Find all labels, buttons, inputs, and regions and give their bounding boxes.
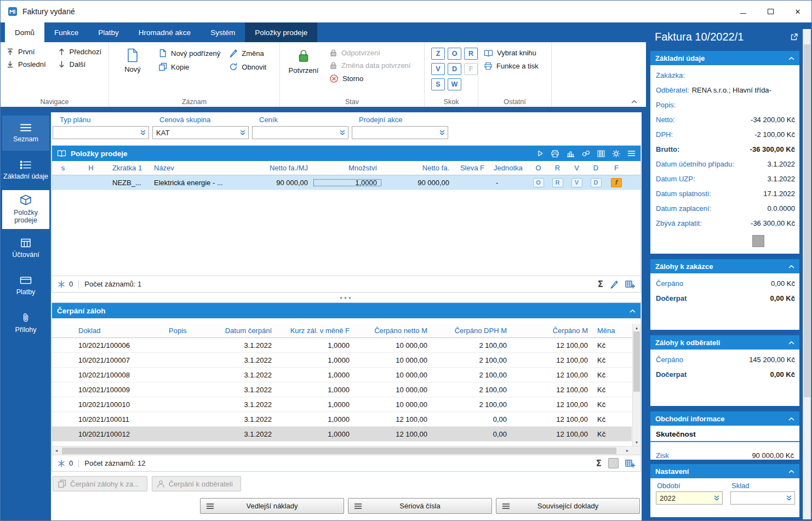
functions-print-button[interactable]: Funkce a tisk <box>484 62 547 70</box>
storno-button[interactable]: Storno <box>329 74 410 83</box>
next-button[interactable]: Další <box>58 60 104 68</box>
sidebar-item-5[interactable]: Platby <box>2 268 49 304</box>
polozky-column-header-13[interactable]: D <box>586 164 605 172</box>
cerpani-column-header-5[interactable]: Čerpáno netto M <box>354 327 432 335</box>
tab-1[interactable]: Domů <box>5 22 44 42</box>
polozky-column-header-10[interactable]: O <box>529 164 548 172</box>
sum-icon[interactable]: Σ <box>598 279 603 289</box>
skok-D-button[interactable]: D <box>448 63 461 75</box>
section-header-nastaveni[interactable]: Nastavení <box>650 464 799 478</box>
maximize-button[interactable] <box>757 1 784 22</box>
last-button[interactable]: Poslední <box>6 60 49 68</box>
section-header-zalohy-zakazce[interactable]: Zálohy k zakázce <box>650 259 799 273</box>
change-button[interactable]: Změna <box>229 49 266 58</box>
polozky-column-header-14[interactable]: F <box>605 164 627 172</box>
new-button[interactable]: Nový <box>116 47 150 73</box>
polozky-column-header-5[interactable]: Netto fa./MJ <box>232 164 313 172</box>
filter-combo-1[interactable] <box>53 126 149 139</box>
columns-icon[interactable] <box>597 150 605 157</box>
scrollbar-thumb[interactable] <box>633 331 640 392</box>
color-indicator[interactable] <box>752 235 764 247</box>
print-icon[interactable] <box>551 150 559 158</box>
confirm-button[interactable]: Potvrzení <box>287 47 321 83</box>
grid-plus-icon[interactable] <box>625 459 635 468</box>
chevron-up-icon[interactable] <box>788 417 794 421</box>
refresh-button[interactable]: Obnovit <box>229 62 266 71</box>
polozky-column-header-9[interactable]: Jednotka <box>489 164 529 172</box>
copy-button[interactable]: Kopie <box>158 62 220 71</box>
cerpani-column-header-1[interactable]: Doklad <box>74 327 164 335</box>
skok-W-button[interactable]: W <box>448 78 461 90</box>
scroll-left-button[interactable]: ◂ <box>52 446 61 455</box>
hscrollbar-track[interactable] <box>61 446 623 455</box>
popup-window-icon[interactable] <box>790 33 798 41</box>
filter-combo-3[interactable] <box>252 126 348 139</box>
first-button[interactable]: První <box>6 48 49 56</box>
sum-icon[interactable]: Σ <box>596 459 602 468</box>
chart-icon[interactable] <box>567 150 575 157</box>
minimize-button[interactable] <box>729 1 757 22</box>
sidebar-item-1[interactable]: Seznam <box>2 116 49 151</box>
sidebar-item-4[interactable]: Účtování <box>2 231 49 266</box>
cerpani-column-header-2[interactable]: Popis <box>164 327 216 335</box>
polozky-row[interactable]: NEZB_... Elektrická energie - ... 90 000… <box>52 175 641 190</box>
skok-V-button[interactable]: V <box>431 63 445 75</box>
tab-6[interactable]: Položky prodeje <box>245 22 317 42</box>
tab-5[interactable]: Systém <box>201 22 245 42</box>
polozky-column-header-3[interactable]: Zkratka 1 <box>108 164 150 172</box>
cerpani-column-header-6[interactable]: Čerpáno DPH M <box>432 327 512 335</box>
skok-Z-button[interactable]: Z <box>431 48 445 60</box>
tab-3[interactable]: Platby <box>88 22 129 42</box>
cerpani-column-header-4[interactable]: Kurz zál. v měně F <box>277 327 354 335</box>
sidebar-item-6[interactable]: Přílohy <box>2 306 49 341</box>
previous-button[interactable]: Předchozí <box>58 48 104 56</box>
cerpani-column-header-7[interactable]: Čerpáno M <box>512 327 593 335</box>
obdobi-combo[interactable]: 2022 <box>656 491 723 505</box>
polozky-column-header-12[interactable]: V <box>567 164 586 172</box>
table-row[interactable]: 10/2021/1000063.1.20221,000010 000,002 1… <box>52 338 632 353</box>
bottom-button-3[interactable]: Související doklady <box>496 498 640 514</box>
hscrollbar-thumb[interactable] <box>62 448 616 454</box>
table-row[interactable]: 10/2021/1000113.1.20221,000012 100,000,0… <box>52 412 632 427</box>
bottom-button-1[interactable]: Vedlejší náklady <box>200 498 344 514</box>
vertical-scrollbar[interactable]: ▴ ▾ <box>632 324 641 446</box>
tab-skutecnost[interactable]: Skutečnost <box>650 426 799 438</box>
polozky-column-header-7[interactable]: Netto fa. <box>382 164 454 172</box>
toggle-button[interactable] <box>608 458 619 468</box>
sidebar-item-2[interactable]: Základní údaje <box>2 153 49 188</box>
table-row[interactable]: 10/2021/1000103.1.20221,000010 000,002 1… <box>52 397 632 412</box>
chevron-up-icon[interactable] <box>788 341 794 345</box>
edit-pencil-icon[interactable] <box>610 280 619 289</box>
tab-4[interactable]: Hromadné akce <box>129 22 201 42</box>
chevron-up-icon[interactable] <box>788 265 794 268</box>
section-header-zakladni[interactable]: Základní údaje <box>650 51 799 65</box>
bottom-button-2[interactable]: Sériová čísla <box>348 498 492 514</box>
relations-icon[interactable] <box>582 150 590 157</box>
run-icon[interactable] <box>537 150 544 157</box>
skok-R-button[interactable]: R <box>464 48 478 60</box>
panel-scrollbar[interactable] <box>803 29 811 519</box>
collapse-ribbon-button[interactable] <box>631 100 637 104</box>
scroll-right-button[interactable]: ▸ <box>623 446 632 455</box>
table-row[interactable]: 10/2021/1000093.1.20221,000010 000,002 1… <box>52 382 632 397</box>
panel-splitter[interactable]: ●●● <box>52 293 641 302</box>
cell-mnozstvi[interactable]: 1,0000 <box>313 179 382 187</box>
table-row[interactable]: 10/2021/1000073.1.20221,000010 000,002 1… <box>52 353 632 368</box>
polozky-column-header-2[interactable]: H <box>74 164 108 172</box>
cerpani-column-header-3[interactable]: Datum čerpání <box>216 327 277 335</box>
polozky-column-header-4[interactable]: Název <box>150 164 232 172</box>
chevron-up-icon[interactable] <box>630 309 636 313</box>
table-row[interactable]: 10/2021/1000123.1.20221,000012 100,000,0… <box>52 427 632 442</box>
section-header-zalohy-odberateli[interactable]: Zálohy k odběrateli <box>650 335 799 350</box>
scroll-up-button[interactable]: ▴ <box>633 324 641 331</box>
polozky-column-header-6[interactable]: Množství <box>313 164 382 172</box>
table-row[interactable]: 10/2021/1000083.1.20221,000010 000,002 1… <box>52 368 632 382</box>
grid-plus-icon[interactable] <box>625 280 635 289</box>
select-book-button[interactable]: Vybrat knihu <box>484 49 547 57</box>
scroll-down-button[interactable]: ▾ <box>633 438 641 446</box>
sidebar-item-3[interactable]: Položky prodeje <box>2 190 49 229</box>
close-button[interactable]: ✕ <box>784 1 811 22</box>
polozky-column-header-1[interactable]: s <box>52 164 74 172</box>
menu-icon[interactable] <box>627 150 636 157</box>
panel-scrollbar-thumb[interactable] <box>804 44 810 397</box>
